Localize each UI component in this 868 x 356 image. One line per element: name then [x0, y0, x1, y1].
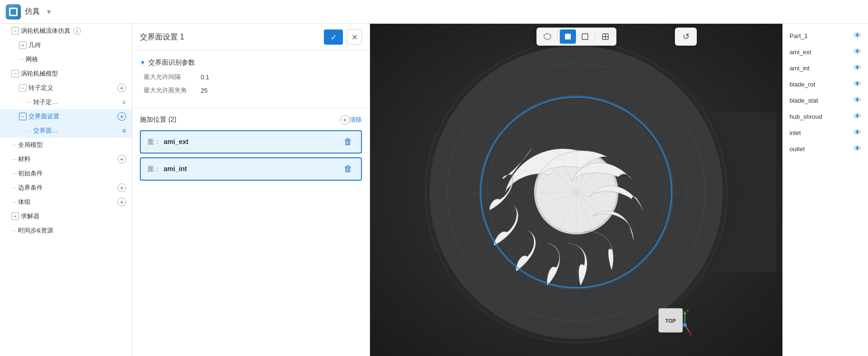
right-panel-item-outlet[interactable]: outlet 👁 [783, 141, 868, 157]
sidebar-item-mesh[interactable]: 网格 [0, 52, 132, 67]
svg-rect-19 [565, 34, 571, 39]
collapse-icon-4 [19, 113, 27, 120]
expand-icon-2 [11, 212, 19, 220]
sidebar-label-rotor-def: 转子定义 [29, 84, 53, 92]
right-panel-item-blade-stat[interactable]: blade_stat 👁 [783, 92, 868, 108]
right-panel-label-ami-int: ami_int [790, 65, 809, 72]
panel-header: 交界面设置 1 ✓ ✕ [132, 24, 370, 51]
sidebar-label-turbine-model: 涡轮机械模型 [21, 69, 58, 78]
sidebar-item-rotor-def[interactable]: 转子定义 + [0, 81, 132, 95]
menu-icon[interactable]: ≡ [122, 98, 126, 106]
delete-ami-int-button[interactable]: 🗑 [342, 163, 354, 175]
3d-viewport: ↺ TOP Y X [370, 24, 782, 356]
undo-button[interactable]: ↺ [678, 29, 694, 44]
panel-confirm-button[interactable]: ✓ [324, 29, 343, 45]
sidebar-item-materials[interactable]: 材料 + [0, 152, 132, 166]
sidebar-label-interface-settings: 交界面设置 [29, 112, 59, 121]
apply-add-icon[interactable]: + [340, 115, 350, 125]
tree-line [19, 59, 24, 60]
form-label-max-angle: 最大允许面夹角 [144, 86, 201, 95]
tree-line-5 [11, 159, 16, 160]
right-panel-item-Part_1[interactable]: Part_1 👁 [783, 28, 868, 44]
right-panel-label-ami-ext: ami_ext [790, 48, 811, 56]
undo-button-wrapper: ↺ [675, 28, 697, 46]
form-row-max-angle: 最大允许面夹角 25 [140, 86, 362, 95]
add-volume-icon[interactable]: + [117, 198, 126, 206]
right-panel-item-inlet[interactable]: inlet 👁 [783, 125, 868, 141]
viewport-toolbar [536, 28, 616, 46]
panel-close-button[interactable]: ✕ [347, 29, 362, 45]
visibility-icon-blade-stat[interactable]: 👁 [854, 96, 861, 105]
tree-line-6 [11, 173, 16, 174]
form-row-max-gap: 最大允许间隔 0.1 [140, 73, 362, 81]
visibility-icon-outlet[interactable]: 👁 [854, 144, 861, 153]
menu-icon-2[interactable]: ≡ [122, 127, 126, 135]
apply-item-ami-int[interactable]: 面：ami_int 🗑 [140, 157, 362, 181]
visibility-icon-ami-ext[interactable]: 👁 [854, 48, 861, 56]
right-panel-label-outlet: outlet [790, 145, 805, 153]
toolbar-separator-1 [557, 32, 558, 41]
sidebar-item-turbine-model[interactable]: 涡轮机械模型 [0, 67, 132, 81]
section-view-button[interactable] [597, 29, 614, 44]
apply-item-prefix-0: 面： [147, 138, 161, 145]
sidebar-label-materials: 材料 [18, 155, 30, 164]
apply-item-label-ami-int: 面：ami_int [147, 165, 342, 173]
tree-line-3 [27, 131, 31, 131]
chevron-down-icon: ▼ [140, 59, 146, 66]
svg-text:Y: Y [686, 308, 689, 313]
add-rotor-icon[interactable]: + [117, 84, 126, 92]
delete-ami-ext-button[interactable]: 🗑 [342, 136, 354, 148]
svg-rect-20 [582, 34, 588, 39]
visibility-icon-Part_1[interactable]: 👁 [854, 31, 861, 40]
sidebar-item-volume-group[interactable]: 体组 + [0, 195, 132, 209]
sidebar-label-timestep: 时间步&资源 [18, 226, 53, 235]
visibility-icon-hub-shroud[interactable]: 👁 [854, 112, 861, 121]
sidebar-item-interface-settings[interactable]: 交界面设置 + [0, 109, 132, 124]
sidebar-label-turbine-sim: 涡轮机械流体仿真 [21, 27, 70, 35]
visibility-icon-blade-rot[interactable]: 👁 [854, 80, 861, 88]
toolbar-separator-2 [595, 32, 595, 41]
sidebar-label-boundary-conditions: 边界条件 [18, 183, 43, 192]
main-layout: 涡轮机械流体仿真 i 几何 网格 涡轮机械模型 转子定义 + 转子定… ≡ [0, 24, 868, 356]
right-panel-item-hub-shroud[interactable]: hub_shroud 👁 [783, 108, 868, 125]
visibility-icon-inlet[interactable]: 👁 [854, 128, 861, 137]
panel-section-label: 交界面识别参数 [148, 58, 195, 67]
right-panel-item-ami-ext[interactable]: ami_ext 👁 [783, 44, 868, 60]
solid-view-button[interactable] [560, 29, 576, 44]
add-boundary-icon[interactable]: + [117, 183, 126, 192]
right-panel-item-blade-rot[interactable]: blade_rot 👁 [783, 76, 868, 92]
add-interface-icon[interactable]: + [117, 112, 126, 121]
sidebar-label-init-conditions: 初始条件 [18, 169, 43, 178]
clear-button[interactable]: 清除 [350, 115, 362, 124]
apply-item-ami-ext[interactable]: 面：ami_ext 🗑 [140, 130, 362, 154]
dropdown-arrow-icon[interactable]: ▼ [46, 8, 52, 16]
perspective-view-button[interactable] [539, 29, 556, 44]
sidebar-item-turbine-sim[interactable]: 涡轮机械流体仿真 i [0, 24, 132, 38]
sidebar-item-interface-sub[interactable]: 交界面… ≡ [0, 124, 132, 138]
interface-settings-panel: 交界面设置 1 ✓ ✕ ▼ 交界面识别参数 最大允许间隔 0.1 最大允许面夹角… [132, 24, 370, 356]
app-logo-inner [9, 8, 18, 16]
sidebar-label-interface-sub: 交界面… [33, 126, 58, 135]
collapse-icon-3 [19, 84, 27, 92]
visibility-icon-ami-int[interactable]: 👁 [854, 64, 861, 72]
sidebar-item-init-conditions[interactable]: 初始条件 [0, 166, 132, 181]
wireframe-view-button[interactable] [577, 29, 593, 44]
sidebar-item-rotor-sub[interactable]: 转子定… ≡ [0, 95, 132, 109]
sidebar-label-rotor-sub: 转子定… [33, 98, 58, 106]
right-panel: Part_1 👁 ami_ext 👁 ami_int 👁 blade_rot 👁… [782, 24, 868, 356]
panel-section-header[interactable]: ▼ 交界面识别参数 [140, 58, 362, 67]
sidebar-item-geometry[interactable]: 几何 [0, 38, 132, 52]
right-panel-label-Part_1: Part_1 [790, 32, 808, 39]
tree-line-2 [27, 102, 31, 103]
right-panel-label-blade-stat: blade_stat [790, 97, 818, 104]
info-icon[interactable]: i [73, 27, 81, 35]
sidebar-item-boundary-conditions[interactable]: 边界条件 + [0, 181, 132, 195]
sidebar-item-solver[interactable]: 求解器 [0, 209, 132, 223]
expand-icon [19, 41, 27, 49]
right-panel-item-ami-int[interactable]: ami_int 👁 [783, 60, 868, 76]
sidebar-item-global-model[interactable]: 全局模型 [0, 138, 132, 152]
apply-item-name-1: ami_int [164, 165, 187, 173]
add-material-icon[interactable]: + [117, 155, 126, 164]
top-bar: 仿真 ▼ [0, 0, 868, 24]
sidebar-item-timestep[interactable]: 时间步&资源 [0, 223, 132, 238]
